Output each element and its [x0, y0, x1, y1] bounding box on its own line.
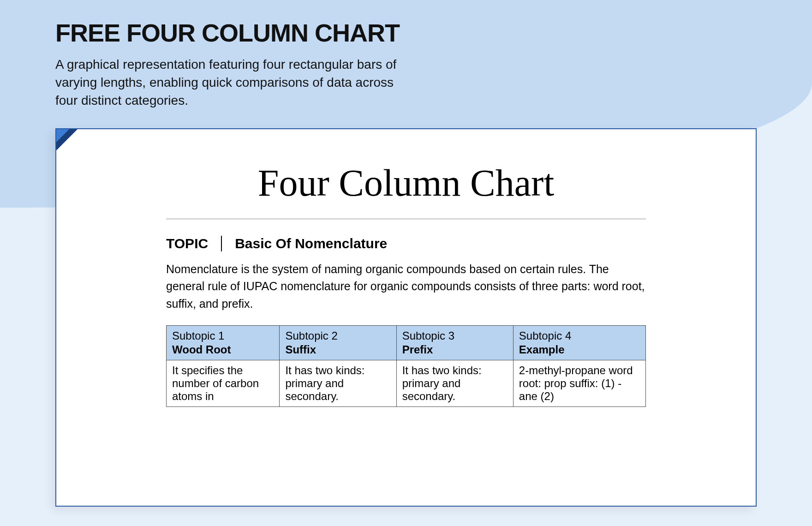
- cell-4: 2-methyl-propane word root: prop suffix:…: [513, 360, 645, 407]
- page-title: FREE FOUR COLUMN CHART: [55, 18, 415, 47]
- column-header-3: Subtopic 3 Prefix: [396, 326, 513, 360]
- column-header-4: Subtopic 4 Example: [513, 326, 645, 360]
- table-header-row: Subtopic 1 Wood Root Subtopic 2 Suffix S…: [167, 326, 646, 360]
- subtopic-label: Subtopic 4: [519, 329, 640, 342]
- cell-2: It has two kinds: primary and secondary.: [280, 360, 396, 407]
- subtopic-name: Suffix: [285, 343, 390, 356]
- subtopic-name: Example: [519, 343, 640, 356]
- page-header: FREE FOUR COLUMN CHART A graphical repre…: [0, 0, 415, 110]
- topic-label: TOPIC: [166, 236, 222, 251]
- cell-1: It specifies the number of carbon atoms …: [167, 360, 280, 407]
- column-header-1: Subtopic 1 Wood Root: [167, 326, 280, 360]
- cell-3: It has two kinds: primary and secondary.: [396, 360, 513, 407]
- topic-value: Basic Of Nomenclature: [222, 236, 387, 251]
- corner-decoration: [56, 129, 78, 150]
- topic-row: TOPIC Basic Of Nomenclature: [166, 236, 646, 251]
- document-title: Four Column Chart: [56, 161, 756, 205]
- column-header-2: Subtopic 2 Suffix: [280, 326, 396, 360]
- subtopic-name: Prefix: [402, 343, 508, 356]
- table-row: It specifies the number of carbon atoms …: [167, 360, 646, 407]
- subtopic-label: Subtopic 1: [172, 329, 274, 342]
- divider: [166, 219, 646, 219]
- intro-paragraph: Nomenclature is the system of naming org…: [166, 261, 646, 313]
- subtopic-label: Subtopic 3: [402, 329, 508, 342]
- document-preview: Four Column Chart TOPIC Basic Of Nomencl…: [55, 128, 757, 507]
- subtopic-label: Subtopic 2: [285, 329, 390, 342]
- page-description: A graphical representation featuring fou…: [55, 55, 415, 110]
- subtopic-name: Wood Root: [172, 343, 274, 356]
- four-column-table: Subtopic 1 Wood Root Subtopic 2 Suffix S…: [166, 325, 646, 407]
